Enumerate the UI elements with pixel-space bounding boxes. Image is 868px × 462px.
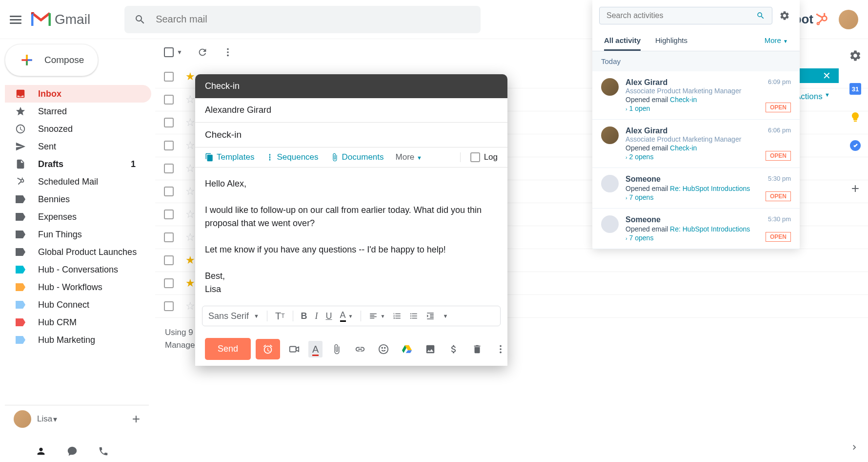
compose-to-field[interactable]: Alexandre Girard	[195, 98, 507, 123]
sidebar-item-hub-marketing[interactable]: Hub Marketing	[5, 331, 151, 349]
star-icon[interactable]: ★	[185, 70, 195, 83]
star-icon[interactable]: ☆	[185, 139, 195, 152]
sidebar-item-drafts[interactable]: Drafts1	[5, 155, 151, 173]
log-checkbox[interactable]: Log	[460, 152, 498, 162]
send-button[interactable]: Send	[205, 338, 251, 360]
row-checkbox[interactable]	[164, 232, 174, 242]
indent-button[interactable]	[426, 312, 435, 320]
row-checkbox[interactable]	[164, 72, 174, 82]
font-size-button[interactable]: TT	[275, 311, 285, 322]
star-icon[interactable]: ☆	[185, 300, 195, 313]
sidebar-item-bennies[interactable]: Bennies	[5, 190, 151, 208]
row-checkbox[interactable]	[164, 187, 174, 196]
activity-item[interactable]: Alex Girard Associate Product Marketing …	[592, 71, 800, 120]
star-icon[interactable]: ★	[185, 277, 195, 290]
image-icon[interactable]	[421, 344, 440, 355]
attach-icon[interactable]	[327, 344, 346, 355]
select-all-checkbox[interactable]: ▼	[164, 47, 182, 57]
font-select[interactable]: Sans Serif ▼	[208, 311, 259, 321]
sidebar-item-sent[interactable]: Sent	[5, 138, 151, 155]
bullet-list-button[interactable]	[409, 312, 418, 320]
star-icon[interactable]: ☆	[185, 185, 195, 198]
activity-email-link[interactable]: Check-in	[670, 144, 697, 152]
tab-more[interactable]: More ▼	[765, 31, 788, 51]
documents-button[interactable]: Documents	[330, 152, 384, 162]
row-checkbox[interactable]	[164, 210, 174, 219]
menu-icon[interactable]	[10, 14, 21, 25]
close-icon[interactable]: ✕	[823, 70, 831, 82]
activity-item[interactable]: Someone Opened email Re: HubSpot Introdu…	[592, 168, 800, 209]
expand-rail-icon[interactable]	[849, 442, 859, 452]
star-icon[interactable]: ☆	[185, 208, 195, 221]
gmail-logo[interactable]: Gmail	[31, 12, 90, 27]
activity-search[interactable]	[599, 7, 772, 24]
row-checkbox[interactable]	[164, 301, 174, 311]
compose-body[interactable]: Hello Alex, I would like to follow-up on…	[195, 168, 507, 306]
hangouts-user-bar[interactable]: Lisa ▾ +	[5, 405, 149, 433]
video-icon[interactable]	[285, 344, 303, 355]
underline-button[interactable]: U	[326, 311, 332, 321]
star-icon[interactable]: ☆	[185, 116, 195, 129]
sequences-button[interactable]: Sequences	[266, 152, 318, 162]
star-icon[interactable]: ☆	[185, 231, 195, 244]
profile-avatar[interactable]	[839, 10, 858, 29]
compose-titlebar[interactable]: Check-in	[195, 74, 507, 98]
schedule-send-button[interactable]	[256, 339, 280, 359]
add-addon-icon[interactable]: +	[848, 182, 862, 195]
activity-item[interactable]: Someone Opened email Re: HubSpot Introdu…	[592, 209, 800, 249]
compose-subject-field[interactable]: Check-in	[195, 123, 507, 147]
activity-email-link[interactable]: Re: HubSpot Introductions	[670, 225, 750, 233]
link-icon[interactable]	[351, 344, 369, 355]
italic-button[interactable]: I	[315, 311, 318, 321]
sidebar-item-hub-crm[interactable]: Hub CRM	[5, 314, 151, 331]
sidebar-item-scheduled-mail[interactable]: Scheduled Mail	[5, 173, 151, 190]
trash-icon[interactable]	[468, 344, 486, 355]
gear-icon[interactable]	[779, 10, 790, 21]
more-icon[interactable]	[222, 47, 233, 58]
sidebar-item-global-product-launches[interactable]: Global Product Launches	[5, 243, 151, 261]
row-checkbox[interactable]	[164, 255, 174, 265]
more-format-button[interactable]: ▼	[443, 313, 448, 319]
hangouts-icon[interactable]	[65, 444, 79, 458]
sidebar-item-inbox[interactable]: Inbox	[5, 85, 151, 103]
align-button[interactable]: ▼	[369, 311, 385, 321]
search-icon[interactable]	[756, 11, 765, 20]
add-contact-icon[interactable]: +	[132, 411, 140, 427]
star-icon[interactable]: ☆	[185, 93, 195, 106]
tab-all-activity[interactable]: All activity	[604, 31, 641, 51]
star-icon[interactable]: ☆	[185, 162, 195, 175]
search-bar[interactable]	[124, 6, 481, 33]
numbered-list-button[interactable]	[393, 312, 402, 320]
compose-button[interactable]: Compose	[5, 44, 98, 76]
refresh-icon[interactable]	[197, 47, 208, 58]
hubspot-more-button[interactable]: More ▼	[396, 152, 422, 162]
row-checkbox[interactable]	[164, 141, 174, 150]
emoji-icon[interactable]	[374, 344, 393, 355]
sidebar-item-hub---workflows[interactable]: Hub - Workflows	[5, 278, 151, 296]
text-format-icon[interactable]: A	[308, 341, 323, 357]
sidebar-item-fun-things[interactable]: Fun Things	[5, 226, 151, 243]
row-checkbox[interactable]	[164, 118, 174, 127]
calendar-icon[interactable]: 31	[848, 82, 862, 96]
row-checkbox[interactable]	[164, 278, 174, 288]
sidebar-item-snoozed[interactable]: Snoozed	[5, 120, 151, 138]
contacts-icon[interactable]	[34, 444, 48, 458]
text-color-button[interactable]: A ▼	[340, 310, 353, 322]
templates-button[interactable]: Templates	[205, 152, 254, 162]
row-checkbox[interactable]	[164, 164, 174, 173]
tasks-icon[interactable]	[848, 139, 862, 152]
settings-gear-icon[interactable]	[848, 49, 862, 63]
search-input[interactable]	[156, 14, 471, 25]
star-icon[interactable]: ★	[185, 254, 195, 267]
sidebar-item-hub-connect[interactable]: Hub Connect	[5, 296, 151, 314]
activity-email-link[interactable]: Check-in	[670, 96, 697, 104]
activity-item[interactable]: Alex Girard Associate Product Marketing …	[592, 120, 800, 168]
keep-icon[interactable]	[848, 110, 862, 124]
money-icon[interactable]	[444, 344, 463, 355]
activity-email-link[interactable]: Re: HubSpot Introductions	[670, 185, 750, 192]
sidebar-item-hub---conversations[interactable]: Hub - Conversations	[5, 261, 151, 278]
bold-button[interactable]: B	[301, 311, 307, 321]
tab-highlights[interactable]: Highlights	[655, 31, 687, 51]
sidebar-item-expenses[interactable]: Expenses	[5, 208, 151, 226]
row-checkbox[interactable]	[164, 95, 174, 105]
